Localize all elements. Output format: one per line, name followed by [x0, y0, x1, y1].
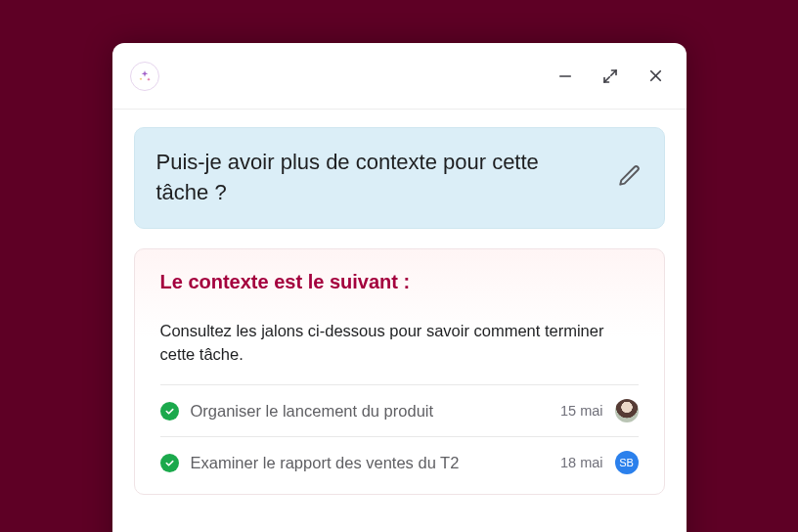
- sparkle-icon: [130, 62, 159, 91]
- window-controls: [556, 66, 665, 85]
- context-title: Le contexte est le suivant :: [160, 271, 639, 293]
- avatar: [615, 399, 639, 422]
- panel-header: [112, 43, 687, 110]
- expand-icon[interactable]: [601, 67, 619, 85]
- query-text: Puis-je avoir plus de contexte pour cett…: [156, 148, 594, 208]
- avatar: SB: [615, 451, 639, 474]
- check-icon: [160, 454, 179, 472]
- milestone-date: 15 mai: [560, 403, 603, 419]
- context-card: Le contexte est le suivant : Consultez l…: [134, 248, 665, 496]
- check-icon: [160, 402, 179, 421]
- ai-assistant-panel: Puis-je avoir plus de contexte pour cett…: [112, 43, 687, 532]
- minimize-icon[interactable]: [556, 67, 574, 85]
- pencil-icon[interactable]: [617, 163, 643, 193]
- context-description: Consultez les jalons ci-dessous pour sav…: [160, 319, 639, 368]
- close-icon[interactable]: [646, 66, 665, 85]
- milestone-row[interactable]: Examiner le rapport des ventes du T2 18 …: [160, 436, 639, 488]
- panel-body: Puis-je avoir plus de contexte pour cett…: [112, 110, 687, 495]
- milestone-label: Organiser le lancement du produit: [191, 402, 549, 421]
- milestone-label: Examiner le rapport des ventes du T2: [191, 454, 549, 472]
- milestone-date: 18 mai: [560, 455, 603, 470]
- milestone-row[interactable]: Organiser le lancement du produit 15 mai: [160, 384, 639, 436]
- query-card: Puis-je avoir plus de contexte pour cett…: [134, 127, 665, 229]
